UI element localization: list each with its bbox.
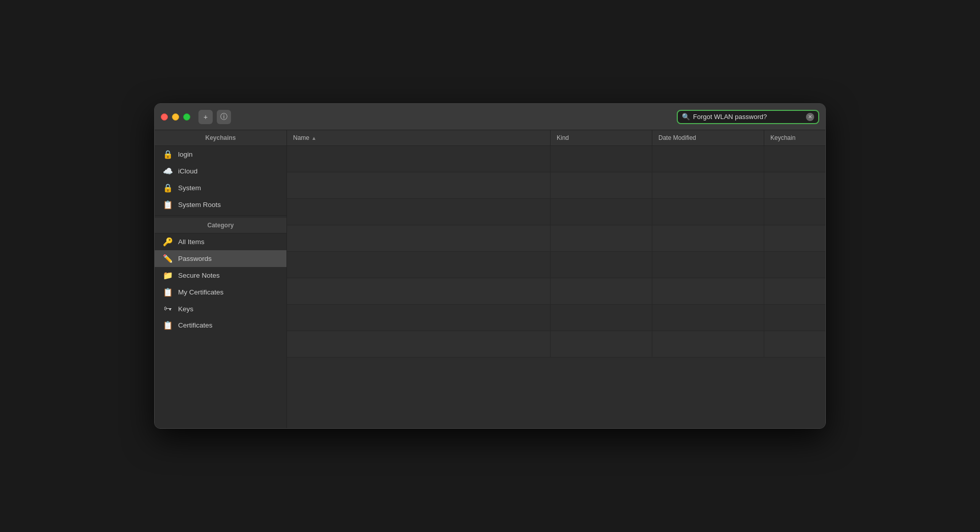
cell-kind <box>551 172 652 198</box>
main-window: + ⓘ 🔍 ✕ Keychains 🔒 login ☁️ iCloud <box>154 103 826 429</box>
main-content: Keychains 🔒 login ☁️ iCloud 🔒 System 📋 S… <box>155 130 825 428</box>
cell-date <box>652 331 764 357</box>
cell-date <box>652 305 764 331</box>
cell-date <box>652 225 764 251</box>
sidebar-item-label: Secure Notes <box>178 272 220 279</box>
cell-kind <box>551 278 652 304</box>
sidebar-item-system-roots[interactable]: 📋 System Roots <box>155 196 286 213</box>
sidebar-item-keys[interactable]: 🗝 Keys <box>155 301 286 317</box>
info-button[interactable]: ⓘ <box>217 110 231 124</box>
sidebar-item-label: login <box>178 151 193 158</box>
table-row[interactable] <box>287 225 825 252</box>
all-items-icon: 🔑 <box>163 237 173 247</box>
cell-keychain <box>764 172 825 198</box>
sidebar-item-my-certificates[interactable]: 📋 My Certificates <box>155 284 286 301</box>
cell-date <box>652 252 764 278</box>
lock-icon: 🔒 <box>163 150 173 159</box>
cell-name <box>287 146 551 172</box>
sidebar-item-label: System <box>178 184 201 192</box>
table-row[interactable] <box>287 199 825 225</box>
cell-kind <box>551 252 652 278</box>
sidebar-item-label: Certificates <box>178 321 213 329</box>
cell-name <box>287 199 551 225</box>
cell-keychain <box>764 252 825 278</box>
column-kind[interactable]: Kind <box>551 130 652 145</box>
add-button[interactable]: + <box>198 110 213 124</box>
cell-date <box>652 146 764 172</box>
cell-name <box>287 278 551 304</box>
cloud-icon: ☁️ <box>163 166 173 176</box>
cell-name <box>287 305 551 331</box>
sort-arrow-icon: ▲ <box>311 135 316 141</box>
cell-keychain <box>764 305 825 331</box>
minimize-button[interactable] <box>172 113 179 121</box>
sidebar-item-icloud[interactable]: ☁️ iCloud <box>155 163 286 180</box>
certificates-icon: 📋 <box>163 320 173 330</box>
close-button[interactable] <box>161 113 168 121</box>
column-keychain[interactable]: Keychain <box>764 130 825 145</box>
table-header: Name ▲ Kind Date Modified Keychain <box>287 130 825 146</box>
sidebar-item-label: Passwords <box>178 255 212 262</box>
titlebar: + ⓘ 🔍 ✕ <box>155 104 825 130</box>
sidebar-item-secure-notes[interactable]: 📁 Secure Notes <box>155 267 286 284</box>
column-keychain-label: Keychain <box>770 134 795 141</box>
sidebar-item-label: All Items <box>178 238 205 246</box>
keychains-header: Keychains <box>155 130 286 146</box>
sidebar-item-label: iCloud <box>178 167 197 175</box>
traffic-lights <box>161 113 190 121</box>
titlebar-actions: + ⓘ <box>198 110 231 124</box>
cell-kind <box>551 331 652 357</box>
cell-kind <box>551 305 652 331</box>
cell-date <box>652 199 764 225</box>
table-row[interactable] <box>287 146 825 172</box>
my-certificates-icon: 📋 <box>163 287 173 297</box>
cell-kind <box>551 146 652 172</box>
table-row[interactable] <box>287 305 825 331</box>
sidebar-item-passwords[interactable]: ✏️ Passwords <box>155 250 286 267</box>
cell-name <box>287 225 551 251</box>
sidebar-item-certificates[interactable]: 📋 Certificates <box>155 317 286 334</box>
search-icon: 🔍 <box>682 113 690 121</box>
cell-name <box>287 331 551 357</box>
sidebar-item-label: My Certificates <box>178 288 223 296</box>
sidebar-item-all-items[interactable]: 🔑 All Items <box>155 233 286 250</box>
table-row[interactable] <box>287 278 825 305</box>
cell-name <box>287 252 551 278</box>
search-input[interactable] <box>693 113 803 121</box>
cell-kind <box>551 225 652 251</box>
secure-notes-icon: 📁 <box>163 271 173 280</box>
column-name[interactable]: Name ▲ <box>287 130 551 145</box>
cell-keychain <box>764 278 825 304</box>
content-area: Name ▲ Kind Date Modified Keychain <box>287 130 825 428</box>
cell-keychain <box>764 199 825 225</box>
sidebar-item-label: Keys <box>178 305 193 313</box>
cell-keychain <box>764 331 825 357</box>
cell-keychain <box>764 225 825 251</box>
cell-date <box>652 278 764 304</box>
folder-icon: 📋 <box>163 200 173 210</box>
passwords-icon: ✏️ <box>163 254 173 263</box>
table-row[interactable] <box>287 252 825 278</box>
lock-icon: 🔒 <box>163 183 173 193</box>
sidebar-item-label: System Roots <box>178 201 221 209</box>
sidebar-item-system[interactable]: 🔒 System <box>155 180 286 196</box>
column-kind-label: Kind <box>557 134 569 141</box>
table-row[interactable] <box>287 331 825 358</box>
sidebar-item-login[interactable]: 🔒 login <box>155 146 286 163</box>
table-rows <box>287 146 825 428</box>
keys-icon: 🗝 <box>163 304 173 313</box>
search-wrapper: 🔍 ✕ <box>677 110 819 124</box>
maximize-button[interactable] <box>183 113 190 121</box>
sidebar-divider <box>155 215 286 216</box>
search-box: 🔍 ✕ <box>677 110 819 124</box>
cell-keychain <box>764 146 825 172</box>
column-date-label: Date Modified <box>658 134 696 141</box>
table-row[interactable] <box>287 172 825 199</box>
category-header: Category <box>155 218 286 233</box>
sidebar: Keychains 🔒 login ☁️ iCloud 🔒 System 📋 S… <box>155 130 287 428</box>
cell-kind <box>551 199 652 225</box>
cell-date <box>652 172 764 198</box>
search-clear-button[interactable]: ✕ <box>806 113 814 121</box>
column-date-modified[interactable]: Date Modified <box>652 130 764 145</box>
cell-name <box>287 172 551 198</box>
